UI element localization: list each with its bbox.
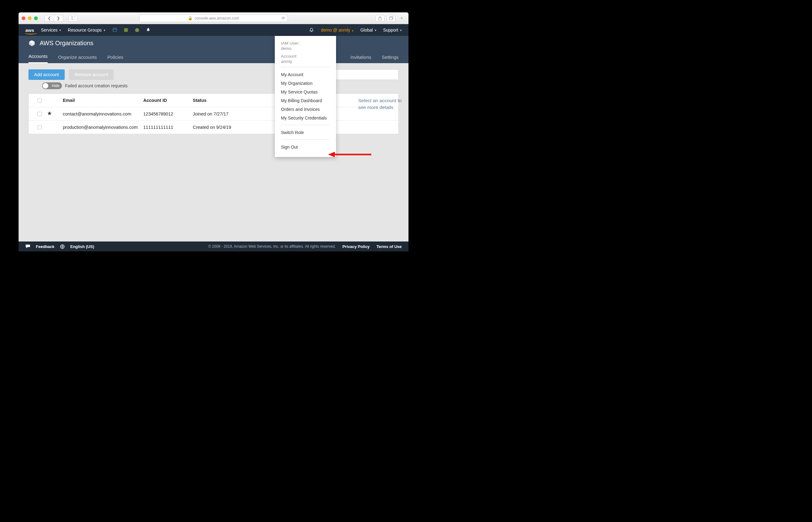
shortcut-icon-3[interactable] (134, 27, 140, 33)
address-bar[interactable]: 🔒 console.aws.amazon.com ⟳ (139, 15, 288, 22)
chevron-up-icon: ▴ (352, 28, 353, 32)
cell-account-id: 111111111111 (143, 125, 193, 130)
account-value: anmly (281, 59, 330, 64)
browser-chrome: ❮ ❯ 🔒 console.aws.amazon.com ⟳ ＋ (19, 13, 409, 24)
cell-email: production@anomalyinnovations.com (63, 125, 143, 130)
window-close-dot[interactable] (22, 16, 25, 20)
divider (281, 67, 330, 67)
tab-organize-accounts[interactable]: Organize accounts (58, 55, 97, 63)
organizations-icon (28, 40, 35, 46)
divider (281, 139, 330, 140)
globe-icon (60, 244, 65, 249)
tabs-icon[interactable] (387, 15, 395, 22)
window-minimize-dot[interactable] (28, 16, 32, 20)
privacy-link[interactable]: Privacy Policy (342, 244, 370, 249)
shortcut-icon-2[interactable] (123, 27, 129, 33)
pin-icon[interactable] (145, 27, 151, 33)
feedback-link[interactable]: Feedback (36, 244, 55, 249)
sign-out-link[interactable]: Sign Out (281, 143, 330, 152)
my-organization-link[interactable]: My Organization (281, 79, 330, 87)
footer: Feedback English (US) © 2008 - 2019, Ama… (19, 241, 409, 252)
lock-icon: 🔒 (188, 16, 193, 20)
svg-rect-5 (389, 17, 392, 20)
resource-groups-menu[interactable]: Resource Groups ▾ (68, 27, 105, 33)
hide-description: Failed account creation requests (65, 83, 127, 88)
hide-toggle[interactable]: Hide (42, 82, 62, 89)
user-menu-button[interactable]: demo @ anmly ▴ (321, 27, 353, 33)
col-email: Email (63, 98, 143, 103)
svg-marker-14 (48, 112, 52, 116)
header-shortcuts (112, 27, 151, 33)
remove-account-button[interactable]: Remove account (69, 69, 114, 80)
toggle-label: Hide (52, 84, 59, 88)
divider (281, 125, 330, 125)
helper-line-1: Select an account to (358, 97, 402, 104)
toolbar: Add account Remove account (19, 63, 409, 80)
services-menu[interactable]: Services ▾ (41, 27, 61, 33)
refresh-icon[interactable]: ⟳ (282, 16, 285, 20)
account-label: Account: (281, 54, 330, 59)
svg-rect-0 (71, 16, 75, 20)
table-header: Email Account ID Status (29, 94, 398, 107)
my-account-link[interactable]: My Account (281, 70, 330, 79)
window-zoom-dot[interactable] (34, 16, 38, 20)
services-label: Services (41, 27, 58, 33)
helper-line-2: see more details (358, 104, 402, 111)
new-tab-button[interactable]: ＋ (398, 15, 405, 22)
support-menu[interactable]: Support ▾ (383, 27, 402, 33)
my-security-credentials-link[interactable]: My Security Credentials (281, 114, 330, 122)
page-title-bar: AWS Organizations (19, 36, 409, 50)
row-checkbox[interactable] (38, 125, 42, 129)
tab-settings[interactable]: Settings (382, 55, 399, 63)
chevron-down-icon: ▾ (59, 28, 61, 32)
hide-failed-row: Hide Failed account creation requests (19, 80, 409, 94)
tab-bar: Accounts Organize accounts Policies Invi… (19, 50, 409, 63)
accounts-table: Email Account ID Status contact@anomalyi… (28, 94, 399, 134)
tab-policies[interactable]: Policies (107, 55, 123, 63)
cell-account-id: 123456789012 (143, 112, 193, 116)
sidebar-toggle-icon[interactable] (69, 15, 77, 22)
terms-link[interactable]: Terms of Use (377, 244, 402, 249)
user-dropdown: IAM User: demo Account: anmly My Account… (275, 36, 336, 157)
my-service-quotas-link[interactable]: My Service Quotas (281, 87, 330, 96)
page-title: AWS Organizations (40, 40, 93, 47)
add-account-button[interactable]: Add account (28, 69, 65, 80)
language-selector[interactable]: English (US) (70, 244, 94, 249)
notifications-icon[interactable] (309, 27, 314, 33)
orders-invoices-link[interactable]: Orders and Invoices (281, 105, 330, 114)
iam-user-value: demo (281, 46, 330, 51)
table-row[interactable]: contact@anomalyinnovations.com 123456789… (29, 107, 398, 120)
tab-invitations[interactable]: Invitations (350, 55, 371, 63)
row-checkbox[interactable] (38, 112, 42, 116)
resource-groups-label: Resource Groups (68, 27, 102, 33)
address-text: console.aws.amazon.com (195, 16, 239, 20)
table-row[interactable]: production@anomalyinnovations.com 111111… (29, 120, 398, 134)
chevron-down-icon: ▾ (104, 28, 105, 32)
region-menu[interactable]: Global ▾ (360, 27, 376, 33)
col-account-id: Account ID (143, 98, 193, 103)
switch-role-link[interactable]: Switch Role (281, 128, 330, 137)
aws-logo[interactable]: aws (25, 27, 34, 33)
share-icon[interactable] (376, 15, 384, 22)
cell-email: contact@anomalyinnovations.com (63, 112, 143, 116)
user-label: demo @ anmly (321, 27, 350, 33)
feedback-icon (25, 244, 30, 248)
forward-button[interactable]: ❯ (54, 15, 63, 22)
region-label: Global (360, 27, 373, 33)
iam-user-label: IAM User: (281, 41, 330, 45)
select-all-checkbox[interactable] (38, 98, 42, 102)
support-label: Support (383, 27, 398, 33)
my-billing-link[interactable]: My Billing Dashboard (281, 96, 330, 105)
back-button[interactable]: ❮ (45, 15, 54, 22)
star-icon (47, 111, 52, 116)
annotation-arrow (328, 151, 371, 158)
svg-marker-17 (328, 152, 335, 157)
chevron-down-icon: ▾ (375, 28, 376, 32)
svg-marker-8 (135, 28, 139, 32)
toggle-knob (43, 83, 48, 88)
helper-text: Select an account to see more details (358, 97, 402, 111)
tab-accounts[interactable]: Accounts (28, 54, 48, 63)
shortcut-icon-1[interactable] (112, 27, 118, 33)
chevron-down-icon: ▾ (400, 28, 402, 32)
copyright-text: © 2008 - 2019, Amazon Web Services, Inc.… (208, 244, 335, 248)
